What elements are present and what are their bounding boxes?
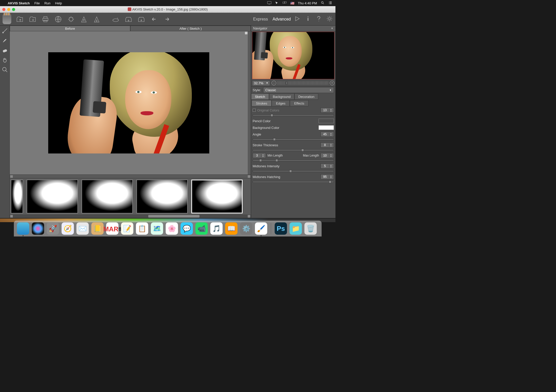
- export-preset-button[interactable]: [92, 15, 101, 24]
- zoom-slider[interactable]: [278, 81, 328, 85]
- dock-system-preferences[interactable]: ⚙️: [240, 222, 252, 235]
- eraser-tool[interactable]: [1, 47, 8, 54]
- timeline-thumb-selected[interactable]: [191, 180, 243, 213]
- timeline-thumb[interactable]: [82, 180, 133, 213]
- canvas-image: [48, 52, 209, 153]
- mode-express[interactable]: Express: [253, 17, 268, 22]
- open-file-button[interactable]: [15, 15, 24, 24]
- help-button[interactable]: [315, 15, 322, 23]
- angle-spin[interactable]: ▲▼: [321, 132, 334, 137]
- pencil-color-swatch[interactable]: [319, 119, 334, 123]
- file-menu[interactable]: File: [34, 1, 40, 5]
- undo-button[interactable]: [150, 15, 158, 24]
- zoom-tool[interactable]: [1, 66, 8, 73]
- eraser-all-button[interactable]: [111, 15, 120, 24]
- tab-decoration[interactable]: Decoration: [294, 94, 318, 100]
- redo-button[interactable]: [163, 15, 171, 24]
- tab-strokes[interactable]: Strokes: [252, 100, 272, 106]
- dock-downloads[interactable]: 📁: [290, 222, 302, 235]
- svg-rect-5: [44, 16, 47, 18]
- vertical-scrollbar[interactable]: [245, 32, 247, 34]
- run-button[interactable]: [294, 15, 301, 23]
- dock-photos[interactable]: 🌸: [166, 222, 178, 235]
- import-preset-button[interactable]: [80, 15, 88, 24]
- tab-sketch[interactable]: Sketch: [251, 94, 269, 100]
- tray-screens-icon[interactable]: [283, 1, 287, 5]
- tab-effects[interactable]: Effects: [290, 100, 309, 106]
- dock-messages[interactable]: 💬: [181, 222, 193, 235]
- tab-background[interactable]: Background: [269, 94, 294, 100]
- original-colors-slider[interactable]: [253, 115, 334, 116]
- batch-button[interactable]: [67, 15, 75, 24]
- spotlight-icon[interactable]: [321, 1, 325, 5]
- midtones-hatching-slider[interactable]: [253, 181, 334, 183]
- svg-point-3: [321, 2, 323, 3]
- dock-trash[interactable]: 🗑️: [304, 222, 317, 235]
- dock-maps[interactable]: 🗺️: [151, 222, 163, 235]
- dock-contacts[interactable]: 📒: [91, 222, 104, 235]
- timeline-scrollbar[interactable]: [10, 214, 251, 218]
- stroke-thickness-spin[interactable]: ▲▼: [321, 142, 334, 148]
- info-button[interactable]: [305, 15, 311, 23]
- load-strokes-button[interactable]: [124, 15, 133, 24]
- navigator-header[interactable]: Navigator ▼: [251, 26, 335, 31]
- dock-mail[interactable]: ✉️: [76, 222, 89, 235]
- preferences-button[interactable]: [326, 15, 333, 23]
- svg-point-12: [329, 17, 331, 19]
- menu-list-icon[interactable]: [328, 1, 332, 5]
- help-menu[interactable]: Help: [55, 1, 62, 5]
- save-strokes-button[interactable]: [137, 15, 146, 24]
- min-length-spin[interactable]: ▲▼: [253, 153, 266, 158]
- dock-calendar[interactable]: MAR8: [106, 222, 118, 235]
- midtones-intensity-spin[interactable]: ▲▼: [321, 163, 334, 169]
- dock-akvis-app[interactable]: 🖌️: [255, 222, 267, 235]
- zoom-out-button[interactable]: −: [272, 81, 276, 85]
- dock-siri[interactable]: [32, 222, 44, 235]
- collapse-icon[interactable]: ▼: [331, 27, 333, 30]
- dock-photoshop[interactable]: Ps: [275, 222, 287, 235]
- max-length-spin[interactable]: ▲▼: [321, 153, 334, 158]
- dock-itunes[interactable]: 🎵: [210, 222, 223, 235]
- zoom-select[interactable]: 32.7%▼: [252, 80, 270, 86]
- tab-edges[interactable]: Edges: [272, 100, 290, 106]
- save-file-button[interactable]: [28, 15, 37, 24]
- original-colors-spin[interactable]: ▲▼: [321, 108, 334, 113]
- background-color-swatch[interactable]: [319, 125, 334, 130]
- original-colors-checkbox[interactable]: [253, 109, 256, 112]
- share-button[interactable]: [54, 15, 63, 24]
- print-button[interactable]: [41, 15, 50, 24]
- midtones-intensity-slider[interactable]: [253, 170, 334, 172]
- length-slider[interactable]: [253, 160, 334, 161]
- tray-flag-icon[interactable]: 🇺🇸: [290, 1, 294, 5]
- window-title: AKVIS Sketch v.20.0 - Image_156.jpg (288…: [0, 7, 335, 11]
- brush-tool[interactable]: [1, 37, 8, 44]
- dock-safari[interactable]: 🧭: [62, 222, 74, 235]
- navigator-preview[interactable]: [252, 32, 334, 79]
- dock-notes[interactable]: 📝: [121, 222, 133, 235]
- tab-after[interactable]: After ( Sketch ): [130, 26, 251, 31]
- timeline-thumb[interactable]: [27, 180, 78, 213]
- menubar-datetime[interactable]: Thu 4:40 PM: [298, 1, 317, 5]
- tab-before[interactable]: Before: [10, 26, 130, 31]
- zoom-in-button[interactable]: +: [330, 81, 334, 85]
- style-select[interactable]: Classic▼: [263, 87, 334, 93]
- mode-advanced[interactable]: Advanced: [273, 17, 291, 22]
- app-menu[interactable]: AKVIS Sketch: [8, 1, 30, 5]
- angle-slider[interactable]: [253, 139, 334, 140]
- canvas-horizontal-scrollbar[interactable]: [10, 174, 251, 178]
- dock-ibooks[interactable]: 📖: [225, 222, 237, 235]
- midtones-hatching-spin[interactable]: ▲▼: [321, 174, 334, 179]
- stroke-thickness-slider[interactable]: [253, 149, 334, 151]
- dock-finder[interactable]: [17, 222, 29, 235]
- dock-reminders[interactable]: 📋: [136, 222, 148, 235]
- tray-pointer-icon[interactable]: [275, 1, 279, 5]
- stroke-direction-tool[interactable]: [1, 27, 8, 34]
- tray-display-icon[interactable]: [267, 1, 271, 5]
- dock-facetime[interactable]: 📹: [195, 222, 208, 235]
- timeline-thumb[interactable]: [11, 180, 23, 213]
- run-menu[interactable]: Run: [44, 1, 51, 5]
- timeline-thumb[interactable]: [136, 180, 188, 213]
- canvas-area[interactable]: [10, 31, 251, 174]
- hand-tool[interactable]: [1, 56, 8, 64]
- dock-launchpad[interactable]: 🚀: [47, 222, 59, 235]
